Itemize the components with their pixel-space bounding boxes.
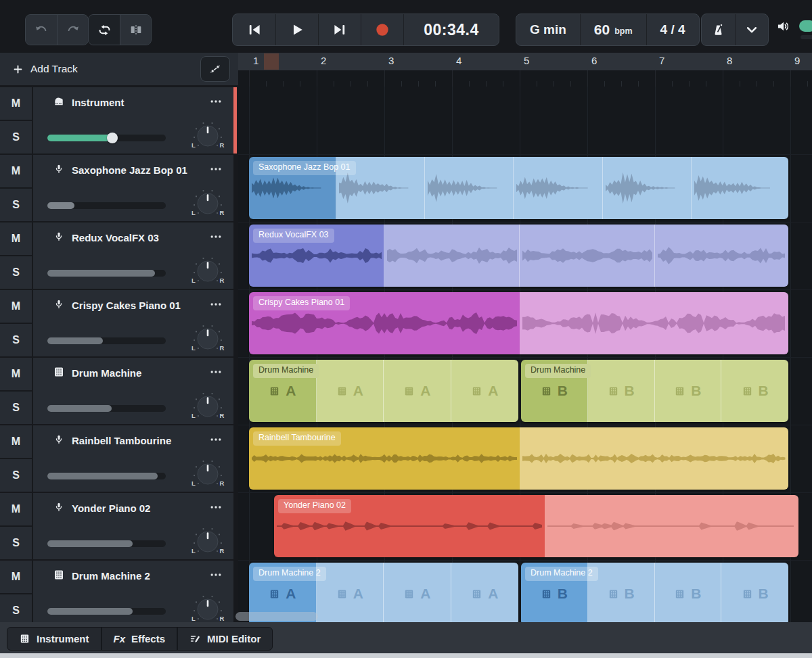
pan-knob[interactable]: LR <box>189 527 227 559</box>
mic-icon <box>53 163 65 177</box>
mute-button[interactable]: M <box>0 561 32 593</box>
track-menu-button[interactable] <box>204 431 228 448</box>
track-menu-button[interactable] <box>204 296 228 313</box>
pattern-letter: B <box>558 383 568 399</box>
track-title-row[interactable]: Drum Machine <box>53 366 141 380</box>
audio-clip[interactable]: Rainbell Tambourine <box>249 427 788 490</box>
pan-knob[interactable]: LR <box>189 594 227 622</box>
pan-knob[interactable]: LR <box>189 256 227 289</box>
drum-pattern-cell[interactable]: B <box>721 360 788 422</box>
tab-midi-editor[interactable]: MIDI Editor <box>177 628 272 650</box>
solo-button[interactable]: S <box>0 594 32 622</box>
mute-button[interactable]: M <box>0 493 32 525</box>
pan-knob[interactable]: LR <box>189 392 227 424</box>
metronome-button[interactable] <box>702 14 735 45</box>
audio-clip[interactable]: Redux VocalFX 03 <box>249 225 788 287</box>
beat-tick <box>300 81 300 87</box>
metronome-dropdown-button[interactable] <box>735 14 768 45</box>
drum-pattern-cell[interactable]: B <box>721 563 788 622</box>
track-title-row[interactable]: Redux VocalFX 03 <box>53 231 159 245</box>
midi-clip[interactable]: BBBBDrum Machine <box>521 360 788 422</box>
speaker-icon[interactable] <box>776 19 791 34</box>
drum-pattern-cell[interactable]: B <box>588 360 655 422</box>
mute-button[interactable]: M <box>0 358 32 390</box>
track-menu-button[interactable] <box>204 160 228 178</box>
drum-pattern-cell[interactable]: A <box>451 360 519 422</box>
volume-slider-fill <box>47 608 133 615</box>
tempo-button[interactable]: 60bpm <box>580 14 646 45</box>
volume-slider-thumb[interactable] <box>107 133 118 143</box>
pan-knob[interactable]: LR <box>189 121 227 154</box>
tab-instrument[interactable]: Instrument <box>7 628 101 650</box>
track-title-row[interactable]: Saxophone Jazz Bop 01 <box>53 163 187 177</box>
midi-clip[interactable]: AAAADrum Machine <box>249 360 518 422</box>
solo-button[interactable]: S <box>0 256 32 289</box>
key-button[interactable]: G min <box>516 14 580 45</box>
track-menu-button[interactable] <box>204 93 228 110</box>
pan-right-label: R <box>220 277 225 284</box>
mute-button[interactable]: M <box>0 87 32 120</box>
volume-slider[interactable] <box>47 405 166 412</box>
record-button[interactable] <box>361 14 403 45</box>
skip-to-start-button[interactable] <box>233 14 275 45</box>
track-title-row[interactable]: Rainbell Tambourine <box>53 433 171 448</box>
volume-slider[interactable] <box>47 135 166 141</box>
redo-button[interactable] <box>57 15 88 45</box>
pan-knob[interactable]: LR <box>189 324 227 356</box>
solo-button[interactable]: S <box>0 392 32 424</box>
beat-tick <box>757 81 757 87</box>
solo-button[interactable]: S <box>0 121 32 154</box>
track-menu-button[interactable] <box>204 228 228 245</box>
track-title-row[interactable]: Instrument <box>53 95 125 110</box>
tab-effects[interactable]: FxEffects <box>101 628 177 650</box>
drum-pattern-cell[interactable]: A <box>317 360 384 422</box>
undo-button[interactable] <box>26 15 57 45</box>
volume-slider[interactable] <box>47 473 166 479</box>
track-title-row[interactable]: Drum Machine 2 <box>53 569 150 583</box>
horizontal-scrollbar[interactable] <box>235 612 318 621</box>
volume-slider[interactable] <box>47 540 166 547</box>
row-separator <box>238 560 812 561</box>
split-button[interactable] <box>120 15 151 45</box>
volume-slider[interactable] <box>47 202 166 209</box>
mute-button[interactable]: M <box>0 290 32 323</box>
time-signature-button[interactable]: 4 / 4 <box>646 14 699 45</box>
solo-button[interactable]: S <box>0 189 32 221</box>
volume-slider[interactable] <box>47 608 166 615</box>
mute-button[interactable]: M <box>0 425 32 458</box>
track-menu-button[interactable] <box>204 498 228 516</box>
audio-clip[interactable]: Saxophone Jazz Bop 01 <box>249 157 788 219</box>
volume-slider[interactable] <box>47 337 166 344</box>
timeline-ruler[interactable]: 123456789 <box>238 53 812 70</box>
pan-knob[interactable]: LR <box>189 189 227 221</box>
drum-pattern-cell[interactable]: A <box>317 563 384 622</box>
drum-pattern-cell[interactable]: A <box>451 563 519 622</box>
drum-pattern-cell[interactable]: B <box>655 563 722 622</box>
track-menu-button[interactable] <box>204 363 228 381</box>
track-title-row[interactable]: Crispy Cakes Piano 01 <box>53 298 181 312</box>
mute-button[interactable]: M <box>0 155 32 187</box>
midi-clip[interactable]: BBBBDrum Machine 2 <box>521 563 788 622</box>
track-list-panel: Add Track MSInstrumentLRMSSaxophone Jazz… <box>0 53 238 622</box>
track-menu-button[interactable] <box>204 566 228 584</box>
solo-button[interactable]: S <box>0 324 32 356</box>
drum-pattern-cell[interactable]: B <box>655 360 722 422</box>
add-track-button[interactable]: Add Track <box>7 57 83 81</box>
drum-pattern-cell[interactable]: A <box>384 360 451 422</box>
solo-button[interactable]: S <box>0 459 32 492</box>
drum-pattern-cell[interactable]: A <box>384 563 451 622</box>
audio-clip[interactable]: Yonder Piano 02 <box>274 495 798 557</box>
time-display[interactable]: 00:34.4 <box>403 14 499 45</box>
skip-to-end-button[interactable] <box>318 14 361 45</box>
automation-toggle-button[interactable] <box>200 56 230 82</box>
track-title-row[interactable]: Yonder Piano 02 <box>53 501 150 515</box>
mute-button[interactable]: M <box>0 222 32 255</box>
audio-clip[interactable]: Crispy Cakes Piano 01 <box>249 292 788 354</box>
solo-button[interactable]: S <box>0 527 32 559</box>
loop-button[interactable] <box>89 15 120 45</box>
track-name: Instrument <box>72 97 125 108</box>
pan-knob[interactable]: LR <box>189 459 227 492</box>
play-button[interactable] <box>275 14 318 45</box>
master-volume-slider[interactable] <box>799 20 812 32</box>
volume-slider[interactable] <box>47 270 166 277</box>
